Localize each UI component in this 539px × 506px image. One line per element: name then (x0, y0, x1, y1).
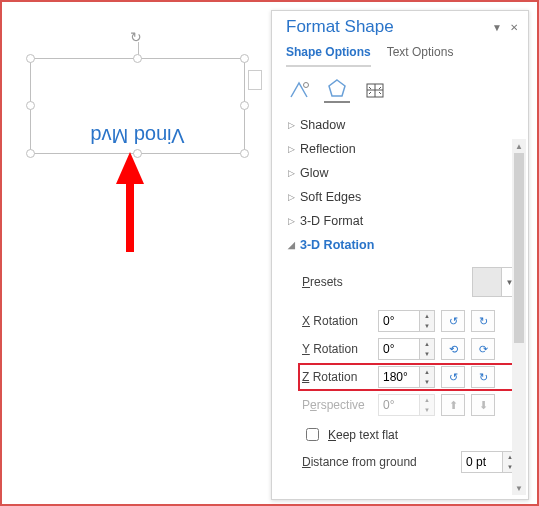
scroll-down-icon[interactable]: ▼ (512, 481, 526, 495)
tab-row: Shape Options Text Options (272, 37, 528, 67)
resize-handle[interactable] (240, 149, 249, 158)
rotate-x-right-button[interactable]: ↻ (471, 310, 495, 332)
spin-down-icon[interactable]: ▼ (420, 321, 434, 331)
resize-handle[interactable] (133, 54, 142, 63)
category-icons (272, 67, 528, 111)
size-properties-icon[interactable] (362, 77, 388, 103)
spin-up-icon[interactable]: ▲ (420, 339, 434, 349)
resize-handle[interactable] (26, 149, 35, 158)
perspective-label: Perspective (302, 398, 372, 412)
y-rotation-label: Y Rotation (302, 342, 372, 356)
section-glow[interactable]: ▷Glow (282, 161, 528, 185)
presets-label: PPresetsresets (302, 275, 343, 289)
svg-marker-2 (329, 80, 345, 96)
section-reflection[interactable]: ▷Reflection (282, 137, 528, 161)
caret-right-icon: ▷ (288, 192, 300, 202)
z-rotation-label: Z Rotation (302, 370, 372, 384)
resize-handle[interactable] (26, 101, 35, 110)
distance-input[interactable] (462, 452, 502, 472)
format-shape-panel: Format Shape ▼ ✕ Shape Options Text Opti… (271, 10, 529, 500)
keep-text-flat-checkbox[interactable] (306, 428, 319, 441)
perspective-spinner: ▲▼ (378, 394, 435, 416)
spin-up-icon: ▲ (420, 395, 434, 405)
caret-right-icon: ▷ (288, 144, 300, 154)
preset-swatch-icon (473, 268, 501, 296)
distance-spinner[interactable]: ▲▼ (461, 451, 518, 473)
annotation-arrow-icon (110, 152, 150, 262)
distance-label: Distance from ground (302, 455, 417, 469)
keep-text-flat-row[interactable]: Keep text flat (302, 419, 522, 448)
panel-title: Format Shape (286, 17, 394, 37)
section-shadow[interactable]: ▷Shadow (282, 113, 528, 137)
x-rotation-label: X Rotation (302, 314, 372, 328)
section-soft-edges[interactable]: ▷Soft Edges (282, 185, 528, 209)
caret-down-icon: ◢ (288, 240, 300, 250)
rotate-y-down-button[interactable]: ⟳ (471, 338, 495, 360)
panel-header: Format Shape ▼ ✕ (272, 11, 528, 37)
caret-right-icon: ▷ (288, 168, 300, 178)
z-rotation-input[interactable] (379, 367, 419, 387)
rotate-x-left-button[interactable]: ↺ (441, 310, 465, 332)
fill-line-icon[interactable] (286, 77, 312, 103)
caret-right-icon: ▷ (288, 216, 300, 226)
spin-up-icon[interactable]: ▲ (420, 311, 434, 321)
rotate-y-up-button[interactable]: ⟲ (441, 338, 465, 360)
svg-point-1 (304, 83, 309, 88)
tab-text-options[interactable]: Text Options (387, 45, 454, 67)
z-rotation-highlight: Z Rotation ▲▼ ↺ ↻ (300, 365, 524, 389)
keep-text-flat-label: Keep text flat (328, 428, 398, 442)
resize-handle[interactable] (240, 101, 249, 110)
perspective-down-button: ⬇ (471, 394, 495, 416)
y-rotation-spinner[interactable]: ▲▼ (378, 338, 435, 360)
textbox-shape[interactable]: ↻ Vinod Mvd (30, 58, 245, 154)
panel-menu-icon[interactable]: ▼ (492, 22, 502, 33)
document-canvas: ↻ Vinod Mvd (10, 10, 272, 500)
scroll-up-icon[interactable]: ▲ (512, 139, 526, 153)
scroll-thumb[interactable] (514, 153, 524, 343)
z-rotation-spinner[interactable]: ▲▼ (378, 366, 435, 388)
perspective-input (379, 395, 419, 415)
y-rotation-input[interactable] (379, 339, 419, 359)
tab-shape-options[interactable]: Shape Options (286, 45, 371, 67)
rotation-handle-icon[interactable]: ↻ (130, 29, 142, 45)
spin-up-icon[interactable]: ▲ (420, 367, 434, 377)
section-3d-format[interactable]: ▷3-D Format (282, 209, 528, 233)
rotate-z-cw-button[interactable]: ↻ (471, 366, 495, 388)
section-3d-rotation[interactable]: ◢3-D Rotation (282, 233, 528, 257)
shape-text[interactable]: Vinod Mvd (31, 124, 244, 147)
resize-handle[interactable] (240, 54, 249, 63)
scrollbar[interactable]: ▲ ▼ (512, 139, 526, 495)
spin-down-icon: ▼ (420, 405, 434, 415)
layout-options-button[interactable] (248, 70, 262, 90)
spin-down-icon[interactable]: ▼ (420, 377, 434, 387)
section-list: ▷Shadow ▷Reflection ▷Glow ▷Soft Edges ▷3… (272, 111, 528, 477)
rotate-z-ccw-button[interactable]: ↺ (441, 366, 465, 388)
rotation-subpanel: PPresetsresets ▼ X Rotation ▲▼ ↺ ↻ Y Rot… (282, 257, 528, 477)
close-icon[interactable]: ✕ (510, 22, 518, 33)
perspective-up-button: ⬆ (441, 394, 465, 416)
spin-down-icon[interactable]: ▼ (420, 349, 434, 359)
caret-right-icon: ▷ (288, 120, 300, 130)
resize-handle[interactable] (26, 54, 35, 63)
svg-marker-0 (116, 152, 144, 252)
effects-icon[interactable] (324, 77, 350, 103)
x-rotation-input[interactable] (379, 311, 419, 331)
x-rotation-spinner[interactable]: ▲▼ (378, 310, 435, 332)
